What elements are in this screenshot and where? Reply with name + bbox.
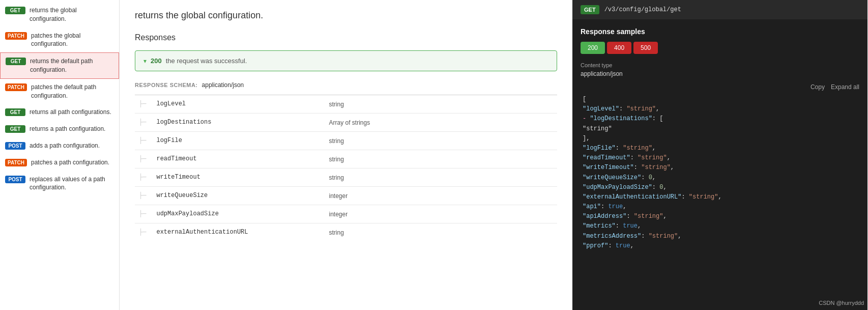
field-type: string: [329, 137, 344, 145]
chevron-icon: ▾: [143, 58, 147, 65]
sidebar-item-label: patches the global configuration.: [31, 32, 114, 49]
code-block: [ "logLevel": "string",- "logDestination…: [581, 95, 859, 251]
connector-icon: ├─: [139, 229, 146, 236]
method-badge: PATCH: [5, 159, 27, 166]
schema-label: RESPONSE SCHEMA:: [135, 82, 198, 88]
sidebar-item-get-default-path[interactable]: GET returns the default path configurati…: [0, 52, 119, 79]
schema-table: ├─ logLevel string ├─ logDestinations Ar…: [135, 95, 557, 241]
field-name-cell: ├─ logFile: [139, 137, 321, 144]
right-panel-path: /v3/config/global/get: [604, 6, 681, 13]
sidebar-item-get-global[interactable]: GET returns the global configuration.: [0, 2, 119, 27]
response-tab-200[interactable]: 200: [581, 42, 605, 54]
field-name: logDestinations: [148, 119, 211, 126]
method-badge: GET: [6, 58, 26, 65]
method-badge: GET: [5, 108, 25, 116]
sidebar: GET returns the global configuration. PA…: [0, 0, 120, 310]
connector-icon: ├─: [139, 210, 146, 217]
table-row: ├─ externalAuthenticationURL string: [135, 223, 557, 242]
connector-icon: ├─: [139, 155, 146, 162]
schema-type: application/json: [202, 81, 244, 89]
sidebar-item-patch-path[interactable]: PATCH patches a path configuration.: [0, 154, 119, 171]
response-samples-section: Response samples 200400500 Content type …: [572, 19, 867, 259]
field-type: Array of strings: [329, 119, 370, 126]
method-badge: PATCH: [5, 32, 27, 40]
response-tab-400[interactable]: 400: [607, 42, 631, 54]
code-line: "string": [583, 124, 857, 134]
sidebar-item-post-path[interactable]: POST adds a path configuration.: [0, 137, 119, 154]
sidebar-item-patch-default-path[interactable]: PATCH patches the default path configura…: [0, 79, 119, 104]
main-content: returns the global configuration. Respon…: [120, 0, 572, 310]
sidebar-item-label: patches the default path configuration.: [31, 83, 114, 100]
copy-button[interactable]: Copy: [811, 83, 825, 91]
method-badge: PATCH: [5, 83, 27, 91]
response-tab-500[interactable]: 500: [633, 42, 658, 54]
field-name: writeQueueSize: [148, 192, 208, 199]
code-line: [: [583, 95, 857, 104]
response-200-bar[interactable]: ▾ 200 the request was successful.: [135, 50, 557, 71]
field-type: integer: [329, 192, 348, 200]
code-line: "metrics": true,: [583, 221, 857, 231]
field-type: string: [329, 101, 344, 108]
right-panel: GET /v3/config/global/get Response sampl…: [572, 0, 867, 310]
field-name-cell: ├─ writeTimeout: [139, 174, 321, 181]
connector-icon: ├─: [139, 174, 146, 181]
sidebar-item-label: patches a path configuration.: [31, 158, 109, 167]
right-panel-method: GET: [581, 5, 599, 14]
field-name-cell: ├─ logLevel: [139, 100, 321, 107]
field-name: udpMaxPayloadSize: [148, 210, 218, 217]
code-line: - "logDestinations": [: [583, 114, 857, 124]
table-row: ├─ logDestinations Array of strings: [135, 114, 557, 132]
table-row: ├─ udpMaxPayloadSize integer: [135, 205, 557, 223]
code-line: "pprof": true,: [583, 241, 857, 251]
sidebar-item-post-replace-path[interactable]: POST replaces all values of a path confi…: [0, 171, 119, 196]
connector-icon: ├─: [139, 192, 146, 199]
field-type: string: [329, 156, 344, 163]
field-type: string: [329, 229, 344, 236]
code-line: "logFile": "string",: [583, 144, 857, 153]
sidebar-item-label: returns the global configuration.: [30, 6, 114, 23]
response-samples-title: Response samples: [581, 27, 859, 36]
sidebar-item-label: adds a path configuration.: [30, 142, 100, 150]
sidebar-item-patch-global[interactable]: PATCH patches the global configuration.: [0, 27, 119, 53]
code-line: "metricsAddress": "string",: [583, 232, 857, 241]
sidebar-item-label: returns a path configuration.: [30, 125, 105, 133]
response-200-code: 200: [151, 57, 162, 65]
table-row: ├─ logLevel string: [135, 95, 557, 114]
expand-all-button[interactable]: Expand all: [831, 83, 859, 91]
field-type: string: [329, 174, 344, 181]
field-name: writeTimeout: [148, 174, 200, 181]
code-line: ],: [583, 134, 857, 144]
watermark: CSDN @hurryddd: [819, 300, 864, 306]
method-badge: GET: [5, 125, 25, 133]
connector-icon: ├─: [139, 137, 146, 144]
code-line: "apiAddress": "string",: [583, 212, 857, 221]
table-row: ├─ logFile string: [135, 132, 557, 150]
response-tabs: 200400500: [581, 42, 859, 54]
field-name-cell: ├─ writeQueueSize: [139, 192, 321, 199]
method-badge: GET: [5, 7, 25, 14]
sidebar-item-get-all-paths[interactable]: GET returns all path configurations.: [0, 104, 119, 121]
response-schema-row: RESPONSE SCHEMA: application/json: [135, 81, 557, 89]
responses-title: Responses: [135, 33, 557, 42]
method-badge: POST: [5, 176, 25, 183]
code-line: "externalAuthenticationURL": "string",: [583, 192, 857, 202]
right-panel-header: GET /v3/config/global/get: [572, 0, 867, 19]
sidebar-item-get-path[interactable]: GET returns a path configuration.: [0, 121, 119, 137]
field-name-cell: ├─ udpMaxPayloadSize: [139, 210, 321, 217]
code-line: "logLevel": "string",: [583, 104, 857, 114]
method-badge: POST: [5, 142, 25, 150]
code-line: "writeQueueSize": 0,: [583, 173, 857, 183]
field-name: readTimeout: [148, 155, 196, 162]
sidebar-item-label: returns all path configurations.: [30, 108, 111, 117]
code-line: "api": true,: [583, 202, 857, 212]
table-row: ├─ writeQueueSize integer: [135, 187, 557, 205]
table-row: ├─ readTimeout string: [135, 150, 557, 168]
field-name-cell: ├─ externalAuthenticationURL: [139, 229, 321, 236]
field-name-cell: ├─ logDestinations: [139, 119, 321, 126]
field-name-cell: ├─ readTimeout: [139, 155, 321, 162]
code-line: "writeTimeout": "string",: [583, 163, 857, 173]
field-type: integer: [329, 211, 348, 218]
sidebar-item-label: replaces all values of a path configurat…: [30, 175, 114, 192]
content-type-label: Content type: [581, 62, 859, 68]
response-200-text: the request was successful.: [166, 57, 247, 65]
